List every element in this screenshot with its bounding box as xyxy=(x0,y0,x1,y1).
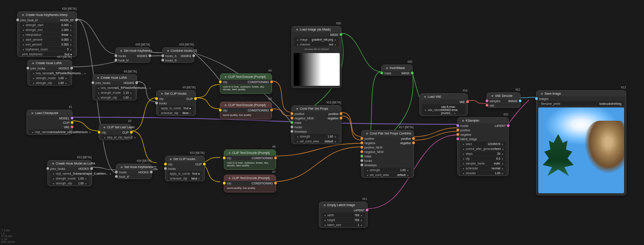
node-tag: #34 [BETA] xyxy=(137,159,151,162)
node-tag: #20 xyxy=(407,60,412,63)
node-title[interactable]: Set CLIP Hooks xyxy=(165,156,204,162)
node-tag: #13 xyxy=(621,86,626,89)
node-clip-text-encode-neg-2[interactable]: #7 CLIP Text Encode (Prompt) clipCONDITI… xyxy=(224,175,276,192)
node-cond-pair-set-props[interactable]: #18 [BETA] Cond Pair Set Props positivep… xyxy=(291,105,341,144)
node-create-hook-lora-1[interactable]: #37 [BETA] Create Hook LoRA prev_hooksHO… xyxy=(27,60,72,86)
node-create-hook-keyframes-interp[interactable]: #36 [BETA] Create Hook Keyframes Interp … xyxy=(17,11,77,57)
node-vae-decode[interactable]: #12 VAE Decode samplesIMAGE vae xyxy=(487,92,521,108)
node-load-image-as-mask[interactable]: #30 Load Image (as Mask) MASK imagegradi… xyxy=(291,26,341,88)
node-title[interactable]: CLIP Text Encode (Prompt) xyxy=(220,74,272,80)
node-create-hook-lora-2[interactable]: #8 [BETA] Create Hook LoRA prev_hooksHOO… xyxy=(92,74,137,100)
node-tag: #33 [BETA] xyxy=(77,156,92,159)
node-tag: #22 [BETA] xyxy=(190,151,204,154)
node-load-vae[interactable]: #14 Load VAE VAE vae_namevae-ft-mse-8400… xyxy=(419,93,468,116)
node-save-image[interactable]: #13 Save Image images filename_prefixlor… xyxy=(536,90,626,195)
node-invert-mask[interactable]: #20 InvertMask maskMASK xyxy=(381,65,413,76)
node-tag: #38 [BETA] xyxy=(135,43,150,46)
node-tag: #17 [BETA] xyxy=(399,126,414,129)
node-tag: #11 xyxy=(362,197,367,200)
node-title[interactable]: Create Hook Model as LoRA xyxy=(48,161,92,166)
node-title[interactable]: Set CLIP Hooks xyxy=(157,91,196,96)
node-tag: #9 [BETA] xyxy=(183,86,196,89)
node-title[interactable]: KSampler xyxy=(458,118,508,123)
node-title[interactable]: CLIP Text Encode (Prompt) xyxy=(224,150,276,156)
node-load-checkpoint[interactable]: #1 Load Checkpoint MODEL CLIP VAE ckpt_n… xyxy=(27,110,73,135)
node-tag: #18 [BETA] xyxy=(326,101,341,104)
node-tag: #10 xyxy=(503,113,508,116)
node-ksampler[interactable]: #10 KSampler modelLATENT positive negati… xyxy=(457,117,509,176)
node-title[interactable]: Combine Hooks [2] xyxy=(163,48,194,54)
node-title[interactable]: InvertMask xyxy=(382,65,412,71)
node-clip-set-last-layer[interactable]: #2 CLIP Set Last Layer clipCLIP stop_at_… xyxy=(99,124,132,140)
node-title[interactable]: Create Hook LoRA xyxy=(28,60,72,66)
node-title[interactable]: CLIP Text Encode (Prompt) xyxy=(224,175,276,181)
upload-note[interactable]: choose file to upload xyxy=(292,47,341,51)
node-set-hook-keyframes-2[interactable]: #34 [BETA] Set Hook Keyframes hooksHOOKS… xyxy=(116,164,152,179)
output-preview-image xyxy=(538,107,624,193)
node-empty-latent-image[interactable]: #11 Empty Latent Image LATENT width768 h… xyxy=(319,202,368,228)
node-tag: #36 [BETA] xyxy=(62,7,77,10)
node-title[interactable]: Cond Pair Set Props Combine xyxy=(362,130,414,136)
prompt-text[interactable]: rock in a river, outdoors, forest, sky, … xyxy=(224,160,276,169)
node-title[interactable]: VAE Decode xyxy=(487,93,520,99)
node-title[interactable]: Create Hook Keyframes Interp xyxy=(18,12,77,18)
node-set-clip-hooks-2[interactable]: #22 [BETA] Set CLIP Hooks clipCLIP hooks… xyxy=(165,156,205,181)
node-tag: #5 xyxy=(268,97,272,100)
node-title[interactable]: CLIP Set Last Layer xyxy=(99,124,131,130)
node-tag: #4 xyxy=(268,69,272,72)
node-title[interactable]: Load Checkpoint xyxy=(27,110,72,116)
node-tag: #1 xyxy=(69,105,72,108)
node-title[interactable]: Set Hook Keyframes xyxy=(116,164,151,170)
node-title[interactable]: Load VAE xyxy=(420,94,468,100)
node-tag: #12 xyxy=(515,88,520,91)
node-title[interactable]: Create Hook LoRA xyxy=(93,75,137,80)
node-tag: #30 xyxy=(336,22,341,25)
prompt-text[interactable]: worst quality, low quality xyxy=(220,112,272,119)
node-tag: #2 xyxy=(128,119,131,122)
node-set-hook-keyframes-1[interactable]: #38 [BETA] Set Hook Keyframes hooksHOOKS… xyxy=(115,47,150,63)
node-clip-text-encode-neg-1[interactable]: #5 CLIP Text Encode (Prompt) clipCONDITI… xyxy=(220,102,272,119)
node-cond-pair-set-props-combine[interactable]: #17 [BETA] Cond Pair Set Props Combine p… xyxy=(361,130,414,178)
node-clip-text-encode-pos-1[interactable]: #4 CLIP Text Encode (Prompt) clipCONDITI… xyxy=(220,73,272,94)
node-title[interactable]: Set Hook Keyframes xyxy=(116,48,150,54)
prompt-text[interactable]: worst quality, low quality xyxy=(224,185,276,192)
node-tag: #14 xyxy=(463,89,468,92)
node-set-clip-hooks-1[interactable]: #9 [BETA] Set CLIP Hooks clipCLIP hooks … xyxy=(156,90,196,116)
node-tag: #8 [BETA] xyxy=(124,70,137,73)
mask-preview-image xyxy=(294,53,340,86)
node-title[interactable]: Cond Pair Set Props xyxy=(292,106,341,111)
node-title[interactable]: Load Image (as Mask) xyxy=(292,27,341,32)
node-create-hook-model-as-lora[interactable]: #33 [BETA] Create Hook Model as LoRA pre… xyxy=(47,160,92,186)
node-title[interactable]: Save Image xyxy=(537,91,626,96)
node-clip-text-encode-pos-2[interactable]: #6 CLIP Text Encode (Prompt) clipCONDITI… xyxy=(224,149,276,170)
node-title[interactable]: Empty Latent Image xyxy=(319,202,367,208)
node-combine-hooks[interactable]: #39 [BETA] Combine Hooks [2] hooks_AHOOK… xyxy=(162,47,194,63)
node-tag: #37 [BETA] xyxy=(57,55,72,58)
node-title[interactable]: CLIP Text Encode (Prompt) xyxy=(220,102,272,108)
canvas-stats: T: 0.00s I: 0 N: 26 [35] V: 28 FPS: 243.… xyxy=(1,229,15,244)
prompt-text[interactable]: rock in a river, outdoors, forest, sky, … xyxy=(220,84,272,93)
node-tag: #6 xyxy=(272,145,276,148)
node-tag: #39 [BETA] xyxy=(179,43,194,46)
node-tag: #7 xyxy=(272,170,276,173)
